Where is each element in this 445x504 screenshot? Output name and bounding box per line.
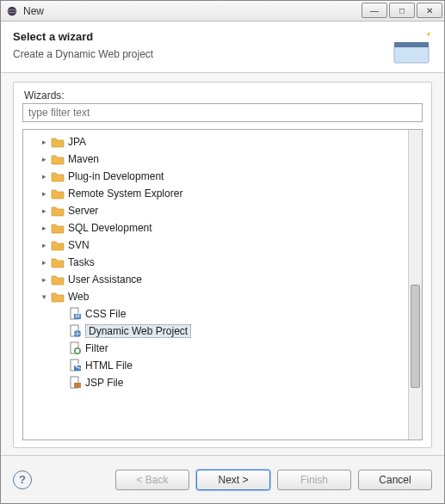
tree-folder[interactable]: ▸SVN [23,237,408,254]
file-filter-icon [68,341,82,355]
svg-text:<>: <> [75,360,82,372]
tree-item[interactable]: Filter [23,340,408,357]
chevron-right-icon[interactable]: ▸ [39,241,49,249]
chevron-right-icon[interactable]: ▸ [39,138,49,146]
folder-icon [51,255,65,269]
button-bar: ? < Back Next > Finish Cancel [1,455,444,503]
tree-folder[interactable]: ▸JPA [23,133,408,151]
folder-icon [51,273,65,286]
svg-point-0 [8,6,17,15]
wizard-header: Select a wizard Create a Dynamic Web pro… [1,22,444,73]
tree-folder[interactable]: ▸Remote System Explorer [23,185,408,202]
cancel-button[interactable]: Cancel [358,470,432,490]
file-css-icon: # [68,307,82,321]
scrollbar-thumb[interactable] [411,285,420,388]
close-button[interactable]: ✕ [417,3,442,18]
eclipse-icon [6,5,18,17]
wizards-label: Wizards: [24,89,423,101]
folder-icon [51,169,65,183]
maximize-button[interactable]: □ [389,3,415,18]
tree-item-label: Tasks [68,256,95,268]
svg-text:#: # [75,309,81,321]
help-button[interactable]: ? [13,470,32,489]
chevron-right-icon[interactable]: ▸ [39,258,49,267]
chevron-right-icon[interactable]: ▸ [39,172,49,181]
folder-icon [51,135,65,149]
chevron-right-icon[interactable]: ▸ [39,189,49,198]
chevron-right-icon[interactable]: ▸ [39,224,49,232]
tree-item-label: Filter [85,342,108,354]
vertical-scrollbar[interactable] [408,130,422,439]
wizard-tree[interactable]: ▸JPA▸Maven▸Plug-in Development▸Remote Sy… [23,130,408,439]
next-button[interactable]: Next > [196,470,270,490]
svg-rect-2 [394,46,429,63]
folder-icon [51,221,65,235]
tree-item-label: SQL Development [68,222,152,234]
svg-marker-4 [427,32,430,37]
file-jsp-icon [68,376,82,390]
wizard-tree-container: ▸JPA▸Maven▸Plug-in Development▸Remote Sy… [22,129,423,440]
tree-folder[interactable]: ▸Tasks [23,254,408,271]
tree-item[interactable]: <>HTML File [23,357,408,374]
file-web-icon [68,324,82,338]
wizard-banner-icon [391,30,432,66]
window-title: New [23,5,44,17]
tree-item-label: SVN [68,239,90,251]
tree-item[interactable]: JSP File [23,374,408,391]
chevron-right-icon[interactable]: ▸ [39,206,49,215]
tree-item[interactable]: Dynamic Web Project [23,323,408,340]
tree-folder[interactable]: ▸Maven [23,151,408,168]
minimize-button[interactable]: — [362,3,387,18]
finish-button[interactable]: Finish [277,470,351,490]
tree-item-label: HTML File [85,360,133,372]
tree-item[interactable]: #CSS File [23,305,408,323]
tree-item-label: CSS File [85,308,126,320]
folder-icon [51,238,65,252]
chevron-right-icon[interactable]: ▸ [39,155,49,163]
tree-item-label: Web [68,291,89,303]
filter-input[interactable] [22,103,423,122]
window-controls: — □ ✕ [362,3,442,18]
tree-folder[interactable]: ▸Plug-in Development [23,168,408,185]
wizard-body: Wizards: ▸JPA▸Maven▸Plug-in Development▸… [1,73,444,455]
folder-icon [51,290,65,304]
svg-rect-3 [394,42,429,47]
wizard-panel: Wizards: ▸JPA▸Maven▸Plug-in Development▸… [13,82,432,448]
tree-item-label: Dynamic Web Project [85,324,191,338]
page-subtitle: Create a Dynamic Web project [13,48,432,60]
new-wizard-dialog: New — □ ✕ Select a wizard Create a Dynam… [0,0,445,504]
tree-item-label: Maven [68,153,99,165]
tree-folder[interactable]: ▸SQL Development [23,219,408,237]
tree-item-label: Remote System Explorer [68,187,182,200]
chevron-down-icon[interactable]: ▾ [39,292,49,301]
tree-folder[interactable]: ▸User Assistance [23,271,408,288]
svg-rect-17 [74,383,81,388]
back-button[interactable]: < Back [115,470,189,490]
tree-item-label: JSP File [85,377,123,389]
svg-rect-12 [76,349,79,353]
tree-item-label: Server [68,205,98,217]
folder-icon [51,152,65,166]
chevron-right-icon[interactable]: ▸ [39,275,49,284]
tree-folder[interactable]: ▸Server [23,202,408,219]
tree-folder[interactable]: ▾Web [23,288,408,305]
tree-item-label: Plug-in Development [68,170,164,182]
tree-item-label: JPA [68,136,86,148]
titlebar[interactable]: New — □ ✕ [1,1,444,22]
file-html-icon: <> [68,359,82,372]
tree-item-label: User Assistance [68,274,142,286]
folder-icon [51,204,65,218]
folder-icon [51,187,65,200]
page-title: Select a wizard [13,30,432,43]
